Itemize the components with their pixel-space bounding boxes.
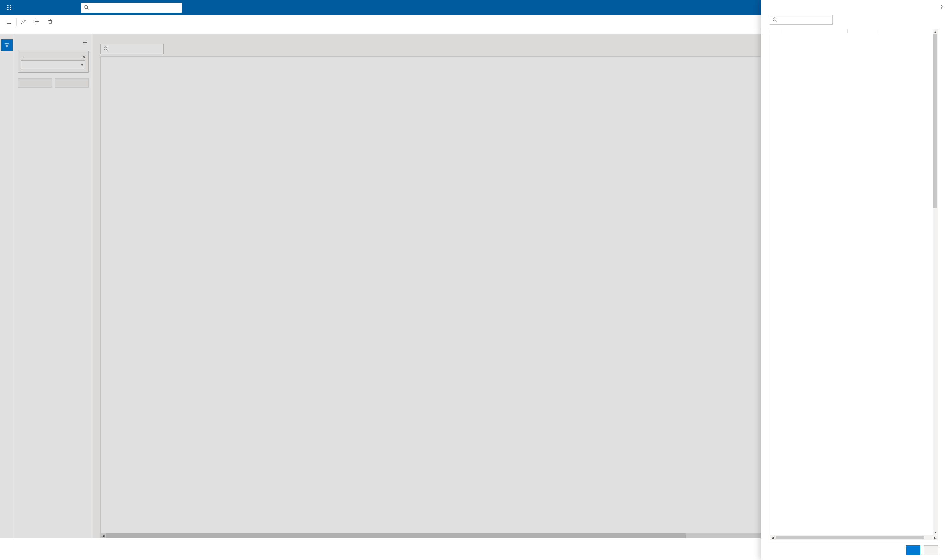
type-column-header[interactable] xyxy=(848,29,879,33)
new-button[interactable] xyxy=(31,15,45,29)
scroll-thumb[interactable] xyxy=(933,34,937,208)
svg-line-24 xyxy=(776,20,777,22)
field-column-header[interactable] xyxy=(782,29,848,33)
scroll-thumb[interactable] xyxy=(776,536,924,539)
svg-rect-3 xyxy=(7,7,8,8)
scroll-track[interactable] xyxy=(776,536,932,539)
plus-icon xyxy=(34,19,40,25)
search-icon xyxy=(84,5,89,11)
svg-rect-1 xyxy=(9,5,9,6)
pencil-icon xyxy=(21,19,26,25)
horizontal-scrollbar[interactable]: ◀ ▶ xyxy=(770,535,938,540)
svg-rect-7 xyxy=(9,9,9,10)
separator xyxy=(16,18,17,26)
scroll-up-button[interactable]: ▲ xyxy=(933,29,938,34)
table-column-header[interactable] xyxy=(879,29,933,33)
scroll-track[interactable] xyxy=(933,34,938,530)
svg-point-9 xyxy=(85,5,88,9)
scroll-right-button[interactable]: ▶ xyxy=(932,536,938,540)
global-search-input[interactable] xyxy=(92,5,179,10)
flyout-grid: ▲ ▼ ◀ ▶ xyxy=(770,29,938,540)
svg-rect-8 xyxy=(10,9,11,10)
scroll-down-button[interactable]: ▼ xyxy=(933,530,938,535)
svg-point-23 xyxy=(773,18,776,21)
insert-button[interactable] xyxy=(906,546,921,555)
flyout-filter-input[interactable] xyxy=(779,18,830,22)
delete-button[interactable] xyxy=(45,15,58,29)
trash-icon xyxy=(48,19,53,25)
flyout-footer xyxy=(770,546,938,555)
edit-button[interactable] xyxy=(18,15,31,29)
cancel-button[interactable] xyxy=(924,546,938,555)
app-launcher-button[interactable] xyxy=(3,1,15,14)
global-search[interactable] xyxy=(81,3,182,12)
help-button[interactable]: ? xyxy=(940,5,942,9)
svg-rect-4 xyxy=(9,7,9,8)
search-icon xyxy=(773,17,777,23)
svg-line-10 xyxy=(88,8,89,9)
sort-column-header[interactable] xyxy=(770,29,782,33)
flyout-filter[interactable] xyxy=(770,15,833,25)
svg-rect-2 xyxy=(10,5,11,6)
add-filter-fields-flyout: ? ▲ ▼ xyxy=(761,0,947,560)
svg-rect-16 xyxy=(49,20,51,23)
svg-rect-0 xyxy=(7,5,8,6)
flyout-grid-body[interactable] xyxy=(770,34,933,535)
scroll-left-button[interactable]: ◀ xyxy=(770,536,776,540)
vertical-scrollbar[interactable]: ▲ ▼ xyxy=(933,29,938,535)
flyout-grid-header xyxy=(770,29,933,34)
svg-rect-5 xyxy=(10,7,11,8)
nav-toggle-button[interactable] xyxy=(3,16,15,28)
svg-rect-6 xyxy=(7,9,8,10)
waffle-icon xyxy=(6,5,11,10)
